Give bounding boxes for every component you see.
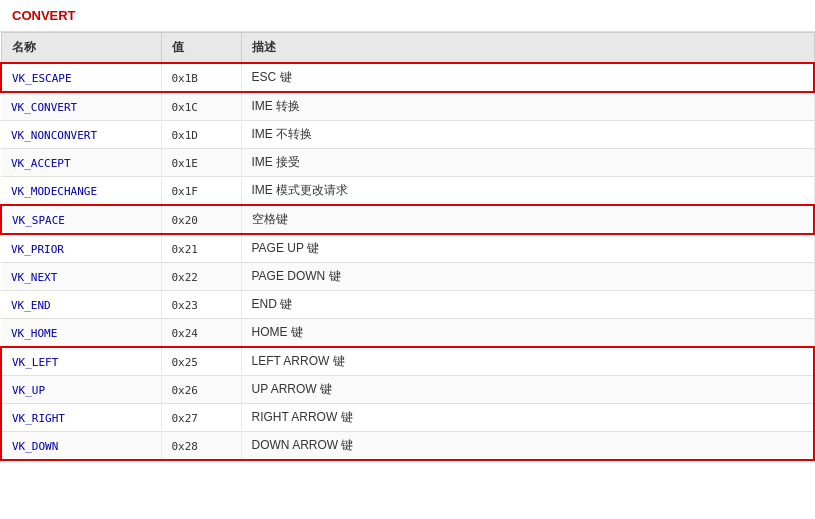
table-container: 名称 值 描述 VK_ESCAPE0x1BESC 键VK_CONVERT0x1C… bbox=[0, 32, 815, 461]
vk-name-cell: VK_NONCONVERT bbox=[1, 121, 161, 149]
convert-label: CONVERT bbox=[12, 8, 76, 23]
vk-name-cell: VK_NEXT bbox=[1, 263, 161, 291]
vk-name: VK_LEFT bbox=[12, 356, 58, 369]
desc-cell: IME 不转换 bbox=[241, 121, 814, 149]
description: IME 模式更改请求 bbox=[252, 183, 349, 197]
col-header-name: 名称 bbox=[1, 33, 161, 64]
table-row: VK_DOWN0x28DOWN ARROW 键 bbox=[1, 432, 814, 461]
description: UP ARROW 键 bbox=[252, 382, 332, 396]
description: HOME 键 bbox=[252, 325, 303, 339]
vk-name-cell: VK_ACCEPT bbox=[1, 149, 161, 177]
description: IME 不转换 bbox=[252, 127, 313, 141]
vk-name: VK_HOME bbox=[11, 327, 57, 340]
hex-cell: 0x1C bbox=[161, 92, 241, 121]
vk-name: VK_NONCONVERT bbox=[11, 129, 97, 142]
hex-value: 0x1F bbox=[172, 185, 199, 198]
hex-value: 0x24 bbox=[172, 327, 199, 340]
desc-cell: END 键 bbox=[241, 291, 814, 319]
vk-name-cell: VK_DOWN bbox=[1, 432, 161, 461]
desc-cell: DOWN ARROW 键 bbox=[241, 432, 814, 461]
vk-name: VK_UP bbox=[12, 384, 45, 397]
page-header: CONVERT bbox=[0, 0, 815, 32]
desc-cell: PAGE UP 键 bbox=[241, 234, 814, 263]
vk-name: VK_RIGHT bbox=[12, 412, 65, 425]
vk-name-cell: VK_RIGHT bbox=[1, 404, 161, 432]
description: END 键 bbox=[252, 297, 293, 311]
table-row: VK_NEXT0x22PAGE DOWN 键 bbox=[1, 263, 814, 291]
vk-name: VK_END bbox=[11, 299, 51, 312]
desc-cell: PAGE DOWN 键 bbox=[241, 263, 814, 291]
vk-name: VK_MODECHANGE bbox=[11, 185, 97, 198]
hex-value: 0x1C bbox=[172, 101, 199, 114]
table-row: VK_PRIOR0x21PAGE UP 键 bbox=[1, 234, 814, 263]
vk-name: VK_ACCEPT bbox=[11, 157, 71, 170]
desc-cell: ESC 键 bbox=[241, 63, 814, 92]
hex-value: 0x21 bbox=[172, 243, 199, 256]
description: IME 转换 bbox=[252, 99, 301, 113]
vk-name-cell: VK_LEFT bbox=[1, 347, 161, 376]
hex-cell: 0x23 bbox=[161, 291, 241, 319]
table-row: VK_LEFT0x25LEFT ARROW 键 bbox=[1, 347, 814, 376]
desc-cell: IME 转换 bbox=[241, 92, 814, 121]
hex-cell: 0x1F bbox=[161, 177, 241, 206]
hex-value: 0x20 bbox=[172, 214, 199, 227]
table-row: VK_ACCEPT0x1EIME 接受 bbox=[1, 149, 814, 177]
description: LEFT ARROW 键 bbox=[252, 354, 345, 368]
hex-cell: 0x24 bbox=[161, 319, 241, 348]
vk-name-cell: VK_ESCAPE bbox=[1, 63, 161, 92]
hex-cell: 0x26 bbox=[161, 376, 241, 404]
table-row: VK_NONCONVERT0x1DIME 不转换 bbox=[1, 121, 814, 149]
table-header-row: 名称 值 描述 bbox=[1, 33, 814, 64]
col-header-hex: 值 bbox=[161, 33, 241, 64]
desc-cell: HOME 键 bbox=[241, 319, 814, 348]
hex-cell: 0x22 bbox=[161, 263, 241, 291]
table-row: VK_UP0x26UP ARROW 键 bbox=[1, 376, 814, 404]
vk-name: VK_PRIOR bbox=[11, 243, 64, 256]
col-header-desc: 描述 bbox=[241, 33, 814, 64]
hex-value: 0x23 bbox=[172, 299, 199, 312]
vk-name: VK_DOWN bbox=[12, 440, 58, 453]
table-row: VK_HOME0x24HOME 键 bbox=[1, 319, 814, 348]
description: PAGE DOWN 键 bbox=[252, 269, 341, 283]
hex-cell: 0x1D bbox=[161, 121, 241, 149]
table-row: VK_CONVERT0x1CIME 转换 bbox=[1, 92, 814, 121]
desc-cell: LEFT ARROW 键 bbox=[241, 347, 814, 376]
hex-value: 0x25 bbox=[172, 356, 199, 369]
table-row: VK_MODECHANGE0x1FIME 模式更改请求 bbox=[1, 177, 814, 206]
description: DOWN ARROW 键 bbox=[252, 438, 354, 452]
vk-name: VK_CONVERT bbox=[11, 101, 77, 114]
hex-cell: 0x20 bbox=[161, 205, 241, 234]
vk-name-cell: VK_UP bbox=[1, 376, 161, 404]
table-row: VK_END0x23END 键 bbox=[1, 291, 814, 319]
desc-cell: IME 模式更改请求 bbox=[241, 177, 814, 206]
table-row: VK_ESCAPE0x1BESC 键 bbox=[1, 63, 814, 92]
description: IME 接受 bbox=[252, 155, 301, 169]
hex-cell: 0x1B bbox=[161, 63, 241, 92]
hex-value: 0x1D bbox=[172, 129, 199, 142]
vk-name-cell: VK_END bbox=[1, 291, 161, 319]
hex-cell: 0x1E bbox=[161, 149, 241, 177]
desc-cell: RIGHT ARROW 键 bbox=[241, 404, 814, 432]
description: PAGE UP 键 bbox=[252, 241, 320, 255]
hex-cell: 0x21 bbox=[161, 234, 241, 263]
vk-name: VK_SPACE bbox=[12, 214, 65, 227]
hex-value: 0x28 bbox=[172, 440, 199, 453]
hex-cell: 0x27 bbox=[161, 404, 241, 432]
desc-cell: IME 接受 bbox=[241, 149, 814, 177]
vk-name-cell: VK_PRIOR bbox=[1, 234, 161, 263]
hex-value: 0x1B bbox=[172, 72, 199, 85]
vk-table: 名称 值 描述 VK_ESCAPE0x1BESC 键VK_CONVERT0x1C… bbox=[0, 32, 815, 461]
hex-value: 0x1E bbox=[172, 157, 199, 170]
vk-name-cell: VK_HOME bbox=[1, 319, 161, 348]
vk-name: VK_ESCAPE bbox=[12, 72, 72, 85]
desc-cell: 空格键 bbox=[241, 205, 814, 234]
vk-name-cell: VK_CONVERT bbox=[1, 92, 161, 121]
table-row: VK_SPACE0x20空格键 bbox=[1, 205, 814, 234]
hex-value: 0x26 bbox=[172, 384, 199, 397]
vk-name: VK_NEXT bbox=[11, 271, 57, 284]
hex-value: 0x27 bbox=[172, 412, 199, 425]
hex-cell: 0x28 bbox=[161, 432, 241, 461]
description: RIGHT ARROW 键 bbox=[252, 410, 353, 424]
hex-value: 0x22 bbox=[172, 271, 199, 284]
desc-cell: UP ARROW 键 bbox=[241, 376, 814, 404]
